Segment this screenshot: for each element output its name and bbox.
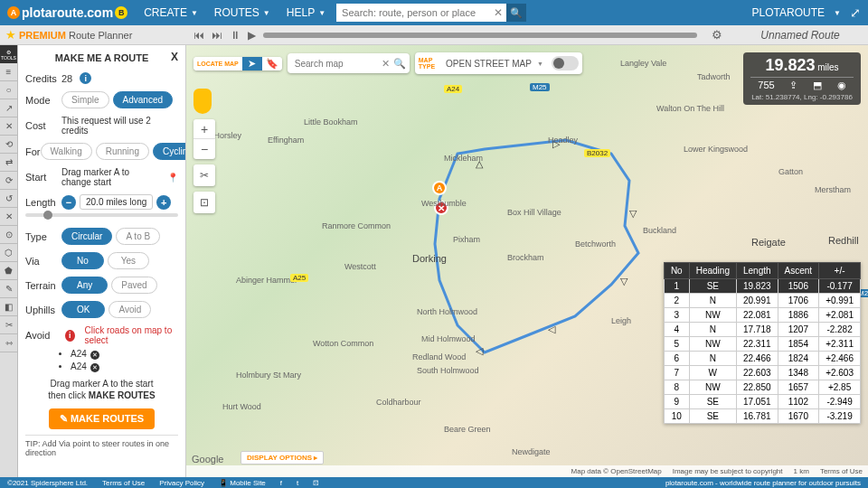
player-next-icon[interactable]: ⏭ (212, 29, 222, 42)
locate-bookmark-icon[interactable]: 🔖 (262, 57, 282, 70)
results-row[interactable]: 6N22.4661824+2.466 (664, 352, 860, 366)
share-icon[interactable]: ⇪ (789, 80, 797, 91)
zoom-out-button[interactable]: − (193, 139, 215, 159)
map-search-input[interactable] (291, 53, 382, 73)
nav-create[interactable]: CREATE▼ (144, 6, 198, 19)
tool-icon[interactable]: ✎ (0, 280, 17, 298)
results-row[interactable]: 3NW22.0811886+2.081 (664, 308, 860, 323)
locate-gps-icon[interactable]: ➤ (242, 57, 262, 70)
stats-distance: 19.823 (765, 56, 815, 74)
for-cycling-button[interactable]: Cycling (153, 143, 186, 160)
top-search-clear[interactable]: ✕ (490, 4, 506, 22)
display-options-button[interactable]: DISPLAY OPTIONS ▸ (241, 451, 324, 465)
player-pause-icon[interactable]: ⏸ (230, 29, 241, 42)
tool-icon[interactable]: ⟲ (0, 136, 17, 154)
results-row[interactable]: 5NW22.3111854+2.311 (664, 337, 860, 352)
streetview-pegman-icon[interactable] (193, 89, 212, 114)
direction-arrow-icon: ◁ (476, 345, 483, 357)
tool-icon[interactable]: ⬟ (0, 262, 17, 280)
tool-icon[interactable]: ⊙ (0, 226, 17, 244)
map-tool-button[interactable]: ⊡ (193, 192, 215, 213)
maptype-select[interactable]: OPEN STREET MAP (439, 52, 548, 74)
avoid-remove-icon[interactable]: ✕ (90, 363, 99, 372)
social-facebook-icon[interactable]: f (280, 479, 282, 487)
tool-icon[interactable]: ✕ (0, 117, 17, 136)
results-row[interactable]: 7W22.6031348+2.603 (664, 366, 860, 380)
results-row[interactable]: 4N17.7181207-2.282 (664, 323, 860, 337)
place-label: Box Hill Village (507, 208, 561, 217)
uphills-ok-button[interactable]: OK (61, 301, 105, 318)
length-plus-button[interactable]: + (156, 195, 171, 210)
results-row[interactable]: 1SE19.8231506-0.177 (664, 279, 860, 294)
stats-icon[interactable]: ◉ (837, 80, 846, 91)
tool-icon[interactable]: ⬡ (0, 244, 17, 262)
footer-terms[interactable]: Terms of Use (102, 479, 145, 487)
player-settings-icon[interactable]: ⚙ (712, 28, 722, 42)
marker-a[interactable]: A (432, 181, 447, 195)
tool-icon[interactable]: ✕ (0, 208, 17, 226)
top-search-input[interactable] (336, 4, 490, 22)
top-search-button[interactable]: 🔍 (506, 4, 526, 22)
mode-simple-button[interactable]: Simple (61, 91, 109, 108)
tool-icon[interactable]: ≡ (0, 63, 17, 81)
terrain-any-button[interactable]: Any (61, 277, 108, 294)
social-instagram-icon[interactable]: ⊡ (313, 479, 319, 487)
player-prev-icon[interactable]: ⏮ (193, 29, 204, 42)
via-no-button[interactable]: No (61, 252, 104, 269)
tool-icon[interactable]: ↗ (0, 99, 17, 117)
road-label: A25 (290, 274, 308, 282)
results-header[interactable]: Heading (689, 263, 736, 279)
results-header[interactable]: Ascent (778, 263, 819, 279)
tool-icon[interactable]: ◧ (0, 298, 17, 316)
for-walking-button[interactable]: Walking (41, 143, 92, 160)
terrain-paved-button[interactable]: Paved (111, 277, 156, 294)
tool-icon[interactable]: ⇿ (0, 334, 17, 352)
avoid-remove-icon[interactable]: ✕ (90, 351, 99, 360)
zoom-in-button[interactable]: + (193, 119, 215, 139)
results-row[interactable]: 9SE17.0511102-2.949 (664, 395, 860, 409)
length-minus-button[interactable]: − (61, 195, 76, 210)
type-circular-button[interactable]: Circular (61, 228, 112, 245)
make-routes-button[interactable]: ✎ MAKE ROUTES (49, 408, 155, 429)
tool-icon[interactable]: ○ (0, 81, 17, 99)
stats-icon[interactable]: ⬒ (813, 80, 822, 91)
tool-icon[interactable]: ⟳ (0, 172, 17, 190)
length-slider[interactable] (25, 213, 178, 217)
results-header[interactable]: Length (736, 263, 778, 279)
tool-icon[interactable]: ↺ (0, 190, 17, 208)
tool-icon[interactable]: ✂ (0, 316, 17, 334)
nav-account[interactable]: PLOTAROUTE (752, 6, 825, 19)
terrain-label: Terrain (25, 280, 61, 291)
nav-routes[interactable]: ROUTES▼ (214, 6, 270, 19)
place-label: Coldharbour (376, 398, 421, 407)
via-yes-button[interactable]: Yes (108, 252, 149, 269)
logo[interactable]: A plotaroute.com B (7, 5, 127, 20)
mode-advanced-button[interactable]: Advanced (113, 91, 173, 108)
results-row[interactable]: 2N20.9911706+0.991 (664, 294, 860, 308)
stats-secondary: 755 (758, 80, 774, 91)
fullscreen-icon[interactable]: ⤢ (850, 5, 861, 20)
footer-mobile[interactable]: 📱 Mobile Site (219, 479, 266, 487)
map-search-icon[interactable]: 🔍 (393, 58, 406, 70)
footer-privacy[interactable]: Privacy Policy (159, 479, 204, 487)
social-twitter-icon[interactable]: t (297, 479, 298, 487)
info-icon[interactable]: i (80, 72, 91, 84)
premium-badge: PREMIUM (19, 30, 66, 41)
type-atob-button[interactable]: A to B (116, 228, 160, 245)
results-header[interactable]: +/- (819, 263, 861, 279)
map-area[interactable]: A ✕ △ ▷ ▽ ▽ ◁ ◁ Dorking Reigate Redhill … (186, 45, 868, 477)
route-name[interactable]: Unnamed Route (732, 29, 868, 42)
results-row[interactable]: 10SE16.7811670-3.219 (664, 409, 860, 424)
map-tool-button[interactable]: ✂ (193, 164, 215, 186)
tool-icon[interactable]: ⇄ (0, 154, 17, 172)
results-header[interactable]: No (664, 263, 689, 279)
uphills-avoid-button[interactable]: Avoid (108, 301, 151, 318)
panel-close-icon[interactable]: X (171, 51, 178, 63)
nav-help[interactable]: HELP▼ (287, 6, 326, 19)
for-running-button[interactable]: Running (96, 143, 149, 160)
player-play-icon[interactable]: ▶ (248, 29, 256, 42)
maptype-toggle[interactable] (552, 56, 579, 70)
results-row[interactable]: 8NW22.8501657+2.85 (664, 380, 860, 395)
map-search-clear-icon[interactable]: ✕ (382, 58, 390, 70)
player-progress[interactable] (263, 33, 697, 38)
